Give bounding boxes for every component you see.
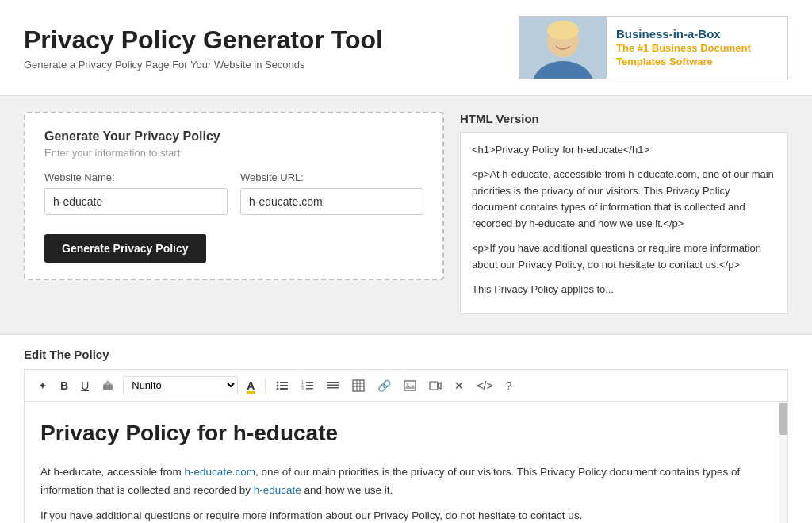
html-line1: <h1>Privacy Policy for h-educate</h1>: [472, 142, 776, 159]
remove-button[interactable]: ✕: [450, 377, 468, 394]
video-button[interactable]: [425, 377, 446, 394]
svg-rect-13: [306, 382, 313, 383]
bold-button[interactable]: B: [56, 377, 72, 394]
editor-heading: Privacy Policy for h-educate: [40, 414, 772, 452]
font-color-button[interactable]: A: [243, 377, 259, 394]
html-para2: <p>If you have additional questions or r…: [472, 240, 776, 274]
editor-para2: If you have additional questions or requ…: [40, 507, 772, 523]
main-content: Generate Your Privacy Policy Enter your …: [0, 96, 812, 334]
svg-rect-9: [280, 385, 288, 386]
svg-rect-17: [306, 388, 313, 390]
code-button[interactable]: </>: [473, 377, 496, 394]
editor-para1: At h-educate, accessible from h-educate.…: [40, 463, 772, 500]
svg-rect-4: [103, 385, 113, 390]
ad-banner[interactable]: Business-in-a-Box The #1 Business Docume…: [519, 16, 788, 79]
underline-button[interactable]: U: [77, 377, 93, 394]
ad-text: Business-in-a-Box The #1 Business Docume…: [607, 21, 787, 75]
html-para1: <p>At h-educate, accessible from h-educa…: [472, 167, 776, 233]
svg-rect-7: [280, 382, 288, 383]
svg-rect-21: [353, 380, 364, 391]
form-subtitle: Enter your information to start: [44, 147, 423, 159]
svg-rect-18: [327, 382, 339, 383]
svg-marker-29: [438, 383, 441, 389]
header-text: Privacy Policy Generator Tool Generate a…: [24, 25, 383, 70]
help-button[interactable]: ?: [502, 377, 516, 394]
editor-toolbar: ✦ B U Nunito Arial Times New Roman A 1.2…: [24, 369, 788, 401]
svg-rect-11: [280, 388, 288, 390]
svg-rect-26: [404, 381, 416, 390]
svg-text:3.: 3.: [301, 386, 304, 390]
website-name-input[interactable]: [44, 188, 228, 215]
website-name-label: Website Name:: [44, 171, 228, 183]
link-button[interactable]: 🔗: [373, 377, 395, 394]
ad-image: [519, 16, 607, 79]
list-ul-button[interactable]: [272, 377, 293, 394]
website-url-group: Website URL:: [240, 171, 423, 215]
page-title: Privacy Policy Generator Tool: [24, 25, 383, 55]
html-output-box[interactable]: <h1>Privacy Policy for h-educate</h1> <p…: [460, 132, 788, 314]
generate-privacy-policy-button[interactable]: Generate Privacy Policy: [44, 234, 206, 263]
editor-wrap: Privacy Policy for h-educate At h-educat…: [24, 401, 788, 523]
left-panel: Generate Your Privacy Policy Enter your …: [24, 112, 444, 318]
svg-point-8: [277, 384, 279, 386]
separator-1: [265, 379, 266, 393]
ad-brand: Business-in-a-Box: [616, 27, 778, 40]
header: Privacy Policy Generator Tool Generate a…: [0, 0, 812, 96]
form-row: Website Name: Website URL:: [44, 171, 423, 215]
editor-content[interactable]: Privacy Policy for h-educate At h-educat…: [24, 401, 788, 523]
editor-link1[interactable]: h-educate.com: [185, 466, 255, 478]
website-name-group: Website Name:: [44, 171, 228, 215]
ad-tagline: The #1 Business Document Templates Softw…: [616, 42, 778, 69]
magic-button[interactable]: ✦: [34, 377, 52, 394]
list-ol-button[interactable]: 1.2.3.: [297, 377, 318, 394]
scrollbar-thumb: [779, 403, 787, 435]
form-box: Generate Your Privacy Policy Enter your …: [24, 112, 444, 280]
svg-marker-5: [103, 380, 113, 385]
editor-label: Edit The Policy: [24, 348, 788, 361]
right-panel: HTML Version <h1>Privacy Policy for h-ed…: [460, 112, 788, 318]
image-button[interactable]: [400, 377, 420, 394]
svg-point-6: [277, 381, 279, 383]
html-version-title: HTML Version: [460, 112, 788, 125]
html-para3: This Privacy Policy applies to...: [472, 282, 776, 298]
svg-rect-28: [430, 382, 438, 390]
align-button[interactable]: [323, 377, 343, 394]
font-select[interactable]: Nunito Arial Times New Roman: [123, 376, 238, 394]
website-url-label: Website URL:: [240, 171, 423, 183]
editor-scrollbar[interactable]: [779, 401, 788, 523]
form-title: Generate Your Privacy Policy: [44, 129, 423, 144]
svg-point-3: [547, 21, 579, 40]
svg-point-10: [277, 387, 279, 390]
svg-rect-20: [327, 387, 339, 389]
table-button[interactable]: [348, 377, 369, 394]
editor-section: Edit The Policy ✦ B U Nunito Arial Times…: [0, 334, 812, 523]
website-url-input[interactable]: [240, 188, 423, 215]
editor-link2[interactable]: h-educate: [254, 484, 301, 496]
svg-rect-15: [306, 385, 313, 386]
page-subtitle: Generate a Privacy Policy Page For Your …: [24, 59, 383, 71]
svg-rect-19: [327, 384, 339, 386]
eraser-button[interactable]: [98, 377, 118, 394]
